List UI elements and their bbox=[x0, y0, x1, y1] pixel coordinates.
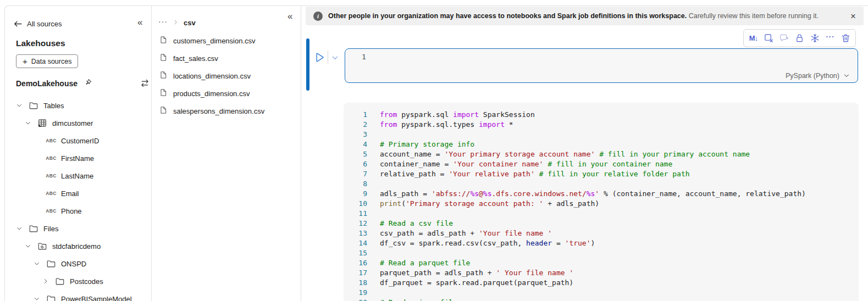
tree-item-stdcfabricdemo[interactable]: stdcfabricdemo bbox=[5, 237, 151, 255]
tree-item-dimcustomer[interactable]: dimcustomer bbox=[5, 114, 151, 132]
code-text: adls_path = 'abfss://%s@%s.dfs.core.wind… bbox=[380, 189, 806, 199]
add-data-sources-button[interactable]: + Data sources bbox=[16, 54, 78, 68]
tree-item-label: dimcustomer bbox=[52, 119, 93, 127]
chevron-down-icon[interactable] bbox=[24, 119, 32, 127]
markdown-icon[interactable]: M↓ bbox=[747, 31, 761, 46]
back-to-all-sources[interactable]: All sources bbox=[13, 17, 62, 30]
page-title: Lakehouses bbox=[16, 38, 65, 48]
code-text: container_name = 'Your container name' #… bbox=[380, 159, 672, 169]
freeze-icon[interactable] bbox=[808, 31, 822, 46]
file-item[interactable]: products_dimension.csv bbox=[152, 85, 301, 102]
breadcrumb-overflow[interactable]: ··· bbox=[158, 17, 168, 28]
chevron-down-icon[interactable] bbox=[15, 224, 24, 233]
line-number: 1 bbox=[344, 110, 367, 120]
file-name: salespersons_dimension.csv bbox=[173, 107, 264, 115]
cell-language-selector[interactable]: PySpark (Python) bbox=[786, 72, 850, 80]
code-line: 19 bbox=[344, 288, 859, 298]
breadcrumb-current-folder[interactable]: csv bbox=[184, 19, 196, 27]
file-item[interactable]: fact_sales.csv bbox=[152, 49, 301, 67]
workspace-warning-banner: i Other people in your organization may … bbox=[306, 7, 864, 25]
table-icon bbox=[37, 118, 48, 129]
line-number: 13 bbox=[344, 228, 367, 238]
code-line: 5account_name = 'Your primary storage ac… bbox=[344, 149, 859, 159]
add-data-sources-label: Data sources bbox=[31, 58, 72, 65]
line-number: 12 bbox=[344, 219, 367, 228]
file-item[interactable]: locations_dimension.csv bbox=[152, 67, 301, 85]
tree-item-customerid[interactable]: ABCCustomerID bbox=[5, 132, 151, 149]
delete-icon[interactable] bbox=[839, 31, 853, 46]
tree-item-label: Email bbox=[61, 189, 79, 198]
chevron-down-icon bbox=[843, 73, 850, 79]
code-line: 3 bbox=[344, 130, 859, 140]
file-item[interactable]: salespersons_dimension.csv bbox=[152, 102, 301, 120]
banner-bold-text: Other people in your organization may ha… bbox=[328, 12, 687, 20]
code-line: 11 bbox=[344, 209, 859, 219]
file-item[interactable]: customers_dimension.csv bbox=[152, 32, 301, 49]
switch-lakehouse-icon[interactable] bbox=[140, 78, 150, 91]
pin-icon[interactable] bbox=[83, 78, 92, 90]
banner-text: Other people in your organization may ha… bbox=[328, 12, 819, 20]
code-text: df_csv = spark.read.csv(csv_path, header… bbox=[380, 238, 595, 248]
folder-icon bbox=[46, 293, 57, 301]
lakehouse-header-row: DemoLakehouse bbox=[16, 77, 92, 90]
folder-icon bbox=[54, 276, 65, 287]
abc-badge: ABC bbox=[46, 153, 57, 164]
clear-output-icon[interactable] bbox=[762, 31, 776, 46]
line-number: 5 bbox=[344, 149, 367, 159]
tree-item-powerbisamplemodel[interactable]: PowerBISampleModel bbox=[5, 290, 151, 301]
collapse-panel-icon[interactable]: « bbox=[137, 18, 142, 27]
breadcrumb: ··· csv bbox=[158, 16, 196, 29]
tree-item-email[interactable]: ABCEmail bbox=[5, 185, 151, 202]
tree-item-postcodes[interactable]: Postcodes bbox=[5, 272, 151, 290]
code-line: 9adls_path = 'abfss://%s@%s.dfs.core.win… bbox=[344, 189, 859, 199]
divider bbox=[328, 51, 328, 64]
tree-item-label: LastName bbox=[61, 172, 93, 180]
active-code-cell[interactable]: 1 PySpark (Python) bbox=[345, 48, 858, 83]
file-icon bbox=[159, 71, 168, 81]
run-options-chevron-icon[interactable] bbox=[331, 54, 339, 64]
line-number: 14 bbox=[344, 238, 367, 248]
shortcut-folder-icon bbox=[37, 241, 48, 252]
abc-badge: ABC bbox=[46, 205, 57, 216]
line-number: 9 bbox=[344, 189, 367, 199]
abc-badge: ABC bbox=[46, 135, 57, 146]
collapse-files-panel-icon[interactable]: « bbox=[288, 12, 292, 21]
back-label: All sources bbox=[27, 20, 62, 28]
chevron-placeholder bbox=[32, 189, 41, 198]
tree-item-lastname[interactable]: ABCLastName bbox=[5, 167, 151, 185]
chevron-down-icon[interactable] bbox=[32, 259, 41, 268]
arrow-left-icon bbox=[13, 19, 23, 29]
close-banner-icon[interactable]: × bbox=[850, 12, 856, 21]
run-cell-button[interactable] bbox=[313, 51, 325, 64]
tree-item-files[interactable]: Files bbox=[5, 220, 151, 237]
line-number: 18 bbox=[344, 278, 367, 288]
tree-item-tables[interactable]: Tables bbox=[5, 97, 151, 114]
chevron-right-icon[interactable] bbox=[41, 277, 50, 286]
lock-icon[interactable] bbox=[793, 31, 807, 46]
cell-toolbar: M↓··· bbox=[743, 29, 856, 47]
comment-icon bbox=[777, 31, 792, 46]
code-text: from pyspark.sql import SparkSession bbox=[380, 110, 535, 120]
code-line: 6container_name = 'Your container name' … bbox=[344, 159, 859, 169]
file-list: customers_dimension.csvfact_sales.csvloc… bbox=[152, 32, 301, 120]
cell-language-label: PySpark (Python) bbox=[786, 72, 839, 80]
code-text: parquet_path = adls_path + ' Your file n… bbox=[380, 268, 573, 278]
line-number: 7 bbox=[344, 169, 367, 179]
more-icon[interactable]: ··· bbox=[823, 31, 838, 46]
tree-item-label: ONSPD bbox=[61, 260, 86, 268]
tree-item-label: Tables bbox=[43, 102, 64, 110]
code-line: 1from pyspark.sql import SparkSession bbox=[344, 110, 859, 120]
chevron-down-icon[interactable] bbox=[32, 294, 41, 301]
tree-item-phone[interactable]: ABCPhone bbox=[5, 202, 151, 220]
code-cell[interactable]: 1from pyspark.sql import SparkSession2fr… bbox=[344, 103, 859, 301]
line-number: 11 bbox=[344, 209, 367, 219]
tree-item-onspd[interactable]: ONSPD bbox=[5, 255, 151, 272]
active-cell-indicator-bar bbox=[306, 38, 309, 91]
line-number: 8 bbox=[344, 179, 367, 189]
tree-item-firstname[interactable]: ABCFirstName bbox=[5, 149, 151, 167]
chevron-down-icon[interactable] bbox=[15, 101, 24, 110]
code-text: from pyspark.sql.types import * bbox=[380, 120, 513, 130]
chevron-down-icon[interactable] bbox=[24, 242, 32, 250]
notebook-workspace: All sources « Lakehouses + Data sources … bbox=[0, 0, 868, 301]
code-line: 7relative_path = 'Your relative path' # … bbox=[344, 169, 859, 179]
